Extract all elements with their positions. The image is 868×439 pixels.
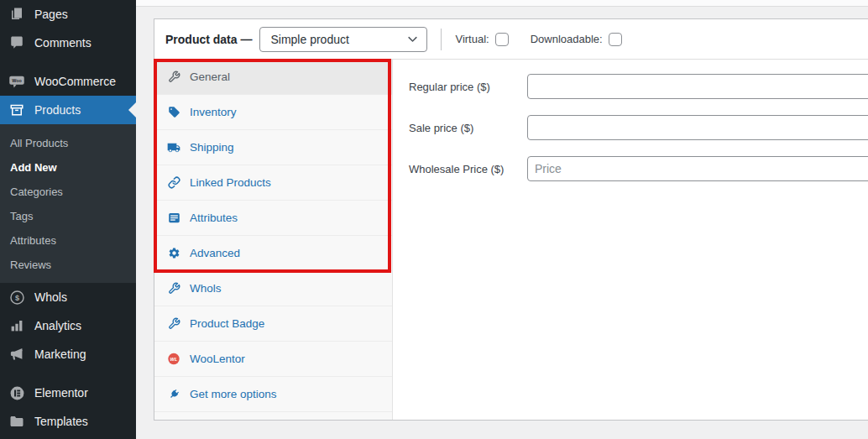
- sidebar-item-products[interactable]: Products: [0, 96, 136, 124]
- submenu-item-add-new[interactable]: Add New: [0, 155, 136, 180]
- menu-separator: [0, 57, 136, 67]
- svg-text:WL: WL: [170, 357, 178, 362]
- tab-label: WooLentor: [190, 353, 245, 365]
- sidebar-item-label: Pages: [34, 8, 68, 21]
- sidebar-item-label: Products: [34, 103, 81, 117]
- submenu-item-all-products[interactable]: All Products: [0, 131, 136, 155]
- tag-icon: [167, 106, 180, 119]
- tab-label: General: [190, 71, 230, 83]
- downloadable-label: Downloadable:: [531, 33, 603, 45]
- sidebar-item-whols[interactable]: $ Whols: [0, 283, 136, 311]
- submenu-item-reviews[interactable]: Reviews: [0, 253, 136, 277]
- products-submenu: All Products Add New Categories Tags Att…: [0, 124, 136, 283]
- sidebar-item-label: Analytics: [34, 319, 81, 332]
- virtual-option: Virtual:: [455, 33, 508, 46]
- tab-inventory[interactable]: Inventory: [154, 95, 392, 130]
- sidebar-item-pages[interactable]: Pages: [0, 0, 136, 29]
- submenu-item-attributes[interactable]: Attributes: [0, 228, 136, 253]
- tab-label: Shipping: [190, 141, 234, 154]
- sidebar-item-label: Whols: [34, 290, 67, 304]
- tab-label: Whols: [190, 282, 222, 295]
- sidebar-item-marketing[interactable]: Marketing: [0, 340, 136, 368]
- chevron-down-icon: [406, 33, 419, 45]
- downloadable-option: Downloadable:: [531, 33, 622, 46]
- current-menu-arrow: [128, 102, 136, 118]
- woocommerce-icon: Woo: [8, 73, 25, 90]
- regular-price-row: Regular price ($): [409, 74, 868, 99]
- tab-label: Product Badge: [190, 317, 264, 330]
- tab-general[interactable]: General: [154, 60, 392, 95]
- submenu-item-tags[interactable]: Tags: [0, 204, 136, 228]
- tab-shipping[interactable]: Shipping: [154, 130, 392, 165]
- plug-icon: [167, 388, 180, 401]
- sidebar-item-woocommerce[interactable]: Woo WooCommerce: [0, 67, 136, 96]
- regular-price-input[interactable]: [527, 74, 868, 99]
- tab-label: Linked Products: [190, 176, 271, 189]
- wrench-icon: [167, 282, 180, 295]
- sale-price-label: Sale price ($): [409, 122, 527, 134]
- product-data-header: Product data — Simple product Virtual: D…: [154, 19, 868, 60]
- bar-chart-icon: [8, 317, 25, 334]
- content-top-strip: [136, 0, 868, 7]
- general-tab-fields: Regular price ($) Sale price ($) Wholesa…: [393, 60, 868, 420]
- wholesale-price-label: Wholesale Price ($): [409, 163, 527, 175]
- header-divider: [441, 29, 442, 50]
- wrench-icon: [167, 317, 180, 331]
- product-data-tabs: General Inventory Shipping Linked Produc…: [154, 60, 393, 420]
- tab-get-more-options[interactable]: Get more options: [154, 377, 392, 412]
- tab-woolentor[interactable]: WL WooLentor: [154, 342, 392, 377]
- virtual-checkbox[interactable]: [495, 33, 509, 46]
- panel-title: Product data —: [165, 33, 252, 46]
- sidebar-item-analytics[interactable]: Analytics: [0, 311, 136, 340]
- tab-linked-products[interactable]: Linked Products: [154, 165, 392, 201]
- tab-label: Attributes: [190, 212, 238, 224]
- wholesale-price-row: Wholesale Price ($): [409, 156, 868, 181]
- comments-icon: [8, 34, 25, 51]
- dollar-circle-icon: $: [8, 289, 25, 306]
- tab-label: Inventory: [190, 106, 237, 118]
- sidebar-item-label: WooCommerce: [34, 75, 116, 88]
- sidebar-item-templates[interactable]: Templates: [0, 407, 136, 436]
- sidebar-item-label: Marketing: [34, 348, 86, 361]
- megaphone-icon: [8, 346, 25, 363]
- sale-price-row: Sale price ($): [409, 115, 868, 140]
- gear-icon: [167, 247, 180, 260]
- wrench-icon: [167, 71, 180, 84]
- sidebar-item-elementor[interactable]: Elementor: [0, 379, 136, 407]
- sidebar-item-label: Comments: [34, 36, 92, 50]
- wholesale-price-input[interactable]: [527, 156, 868, 181]
- regular-price-label: Regular price ($): [409, 81, 527, 93]
- sidebar-item-label: Templates: [34, 415, 88, 428]
- folder-icon: [8, 413, 25, 430]
- pages-icon: [8, 6, 25, 23]
- woolentor-logo-icon: WL: [167, 353, 180, 366]
- submenu-item-categories[interactable]: Categories: [0, 180, 136, 204]
- tab-whols[interactable]: Whols: [154, 271, 392, 306]
- tab-advanced[interactable]: Advanced: [154, 236, 392, 271]
- link-icon: [167, 176, 180, 190]
- svg-text:Woo: Woo: [12, 78, 22, 83]
- product-data-body: General Inventory Shipping Linked Produc…: [154, 60, 868, 420]
- truck-icon: [167, 141, 180, 154]
- product-type-value: Simple product: [270, 33, 348, 46]
- list-table-icon: [167, 212, 180, 225]
- elementor-icon: [8, 384, 25, 401]
- products-icon: [8, 102, 25, 118]
- svg-text:$: $: [14, 293, 18, 301]
- tab-label: Get more options: [190, 388, 277, 400]
- downloadable-checkbox[interactable]: [609, 33, 622, 46]
- tab-attributes[interactable]: Attributes: [154, 201, 392, 236]
- product-type-select[interactable]: Simple product: [259, 27, 427, 52]
- sale-price-input[interactable]: [527, 115, 868, 140]
- sidebar-item-label: Elementor: [34, 386, 88, 400]
- menu-separator: [0, 368, 136, 379]
- product-data-panel: Product data — Simple product Virtual: D…: [154, 18, 868, 421]
- sidebar-item-comments[interactable]: Comments: [0, 29, 136, 57]
- tab-product-badge[interactable]: Product Badge: [154, 306, 392, 342]
- tab-label: Advanced: [190, 247, 240, 259]
- admin-sidebar: Pages Comments Woo WooCommerce Products …: [0, 0, 136, 439]
- virtual-label: Virtual:: [455, 33, 489, 45]
